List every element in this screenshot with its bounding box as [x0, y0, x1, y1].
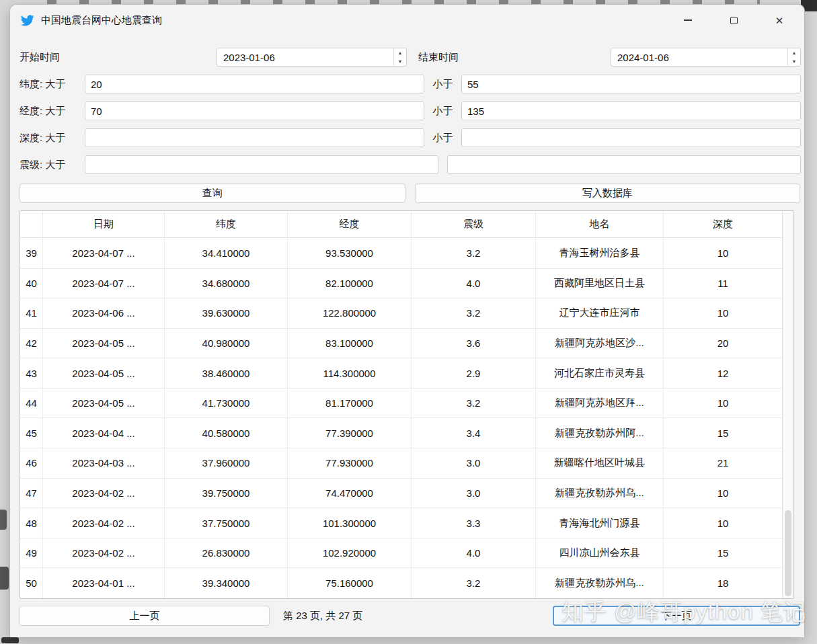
- scrollbar-thumb[interactable]: [785, 510, 791, 596]
- end-time-spinbox[interactable]: ▲▼: [611, 48, 801, 67]
- criteria-min-input[interactable]: [85, 102, 424, 120]
- cell-depth[interactable]: 15: [664, 538, 782, 568]
- table-row[interactable]: 47 2023-04-02 ... 39.750000 74.470000 3.…: [20, 479, 782, 509]
- cell-date[interactable]: 2023-04-07 ...: [43, 269, 165, 298]
- cell-depth[interactable]: 12: [664, 358, 782, 388]
- cell-magnitude[interactable]: 4.0: [412, 538, 536, 568]
- next-page-button[interactable]: 下一页: [553, 606, 800, 626]
- cell-depth[interactable]: 10: [664, 239, 782, 268]
- table-row[interactable]: 40 2023-04-07 ... 34.680000 82.100000 4.…: [20, 269, 782, 299]
- cell-date[interactable]: 2023-04-04 ...: [43, 418, 165, 448]
- cell-latitude[interactable]: 34.410000: [165, 239, 288, 268]
- cell-place[interactable]: 四川凉山州会东县: [536, 538, 664, 568]
- close-button[interactable]: ✕: [760, 9, 799, 32]
- cell-date[interactable]: 2023-04-01 ...: [43, 568, 165, 598]
- cell-magnitude[interactable]: 3.4: [412, 418, 536, 448]
- spin-down-icon[interactable]: ▼: [394, 57, 406, 66]
- table-row[interactable]: 44 2023-04-05 ... 41.730000 81.170000 3.…: [20, 389, 782, 419]
- cell-place[interactable]: 河北石家庄市灵寿县: [536, 358, 664, 388]
- cell-longitude[interactable]: 82.100000: [288, 269, 412, 298]
- cell-latitude[interactable]: 40.580000: [165, 418, 288, 448]
- cell-longitude[interactable]: 75.160000: [288, 568, 412, 598]
- table-row[interactable]: 49 2023-04-02 ... 26.830000 102.920000 4…: [20, 538, 782, 569]
- table-row[interactable]: 46 2023-04-03 ... 37.960000 77.930000 3.…: [20, 448, 782, 479]
- cell-date[interactable]: 2023-04-02 ...: [43, 479, 165, 508]
- cell-magnitude[interactable]: 4.0: [412, 269, 536, 298]
- cell-place[interactable]: 辽宁大连市庄河市: [536, 298, 664, 328]
- cell-depth[interactable]: 21: [664, 448, 782, 478]
- cell-place[interactable]: 新疆克孜勒苏州阿...: [536, 418, 664, 448]
- table-row[interactable]: 41 2023-04-06 ... 39.630000 122.800000 3…: [20, 298, 782, 329]
- cell-date[interactable]: 2023-04-06 ...: [43, 298, 165, 328]
- cell-date[interactable]: 2023-04-05 ...: [43, 329, 165, 358]
- cell-place[interactable]: 青海海北州门源县: [536, 508, 664, 538]
- maximize-button[interactable]: [714, 9, 753, 32]
- cell-depth[interactable]: 20: [664, 329, 782, 358]
- end-time-spinner[interactable]: ▲▼: [787, 48, 800, 66]
- cell-longitude[interactable]: 101.300000: [288, 508, 412, 538]
- criteria-max-input[interactable]: [461, 75, 801, 93]
- table-row[interactable]: 45 2023-04-04 ... 40.580000 77.390000 3.…: [20, 418, 782, 448]
- criteria-max-input[interactable]: [447, 155, 801, 174]
- cell-place[interactable]: 西藏阿里地区日土县: [536, 269, 664, 298]
- criteria-max-input[interactable]: [461, 102, 801, 120]
- cell-place[interactable]: 新疆阿克苏地区沙...: [536, 329, 664, 358]
- cell-depth[interactable]: 10: [664, 389, 782, 418]
- cell-magnitude[interactable]: 3.2: [412, 568, 536, 598]
- cell-latitude[interactable]: 39.340000: [165, 568, 288, 598]
- spin-up-icon[interactable]: ▲: [394, 48, 406, 57]
- cell-magnitude[interactable]: 3.0: [412, 479, 536, 508]
- cell-latitude[interactable]: 40.980000: [165, 329, 288, 358]
- cell-latitude[interactable]: 38.460000: [165, 358, 288, 388]
- column-header[interactable]: 纬度: [165, 211, 288, 237]
- cell-latitude[interactable]: 37.750000: [165, 508, 288, 538]
- cell-longitude[interactable]: 83.100000: [288, 329, 412, 358]
- cell-latitude[interactable]: 37.960000: [165, 448, 288, 478]
- cell-latitude[interactable]: 39.750000: [165, 479, 288, 508]
- cell-place[interactable]: 新疆克孜勒苏州乌...: [536, 479, 664, 508]
- cell-place[interactable]: 新疆喀什地区叶城县: [536, 448, 664, 478]
- cell-depth[interactable]: 15: [664, 418, 782, 448]
- cell-date[interactable]: 2023-04-05 ...: [43, 358, 165, 388]
- cell-longitude[interactable]: 81.170000: [288, 389, 412, 418]
- criteria-min-input[interactable]: [85, 75, 424, 93]
- column-header[interactable]: 日期: [43, 211, 165, 237]
- end-time-input[interactable]: [611, 48, 787, 66]
- cell-latitude[interactable]: 26.830000: [165, 538, 288, 568]
- column-header[interactable]: 深度: [664, 211, 782, 237]
- cell-date[interactable]: 2023-04-07 ...: [43, 239, 165, 268]
- titlebar[interactable]: 中国地震台网中心地震查询 ✕: [10, 5, 804, 36]
- table-scrollbar[interactable]: [782, 211, 793, 598]
- column-header[interactable]: 震级: [412, 211, 536, 237]
- cell-longitude[interactable]: 114.300000: [288, 358, 412, 388]
- write-database-button[interactable]: 写入数据库: [415, 184, 801, 203]
- cell-longitude[interactable]: 122.800000: [288, 298, 412, 328]
- minimize-button[interactable]: [668, 9, 707, 32]
- cell-longitude[interactable]: 77.390000: [288, 418, 412, 448]
- cell-latitude[interactable]: 39.630000: [165, 298, 288, 328]
- cell-date[interactable]: 2023-04-02 ...: [43, 538, 165, 568]
- cell-magnitude[interactable]: 3.3: [412, 508, 536, 538]
- cell-depth[interactable]: 10: [664, 479, 782, 508]
- cell-longitude[interactable]: 77.930000: [288, 448, 412, 478]
- spin-down-icon[interactable]: ▼: [788, 57, 800, 66]
- cell-date[interactable]: 2023-04-05 ...: [43, 389, 165, 418]
- cell-magnitude[interactable]: 2.9: [412, 358, 536, 388]
- cell-place[interactable]: 新疆克孜勒苏州乌...: [536, 568, 664, 598]
- cell-magnitude[interactable]: 3.2: [412, 298, 536, 328]
- cell-depth[interactable]: 10: [664, 298, 782, 328]
- spin-up-icon[interactable]: ▲: [788, 48, 800, 57]
- table-row[interactable]: 42 2023-04-05 ... 40.980000 83.100000 3.…: [20, 329, 782, 359]
- table-row[interactable]: 50 2023-04-01 ... 39.340000 75.160000 3.…: [20, 568, 782, 598]
- cell-date[interactable]: 2023-04-03 ...: [43, 448, 165, 478]
- previous-page-button[interactable]: 上一页: [20, 606, 270, 626]
- cell-magnitude[interactable]: 3.2: [412, 389, 536, 418]
- table-row[interactable]: 39 2023-04-07 ... 34.410000 93.530000 3.…: [20, 239, 782, 269]
- query-button[interactable]: 查询: [20, 184, 405, 203]
- cell-magnitude[interactable]: 3.2: [412, 239, 536, 268]
- table-row[interactable]: 48 2023-04-02 ... 37.750000 101.300000 3…: [20, 508, 782, 538]
- cell-place[interactable]: 青海玉树州治多县: [536, 239, 664, 268]
- start-time-input[interactable]: [217, 48, 393, 66]
- cell-date[interactable]: 2023-04-02 ...: [43, 508, 165, 538]
- criteria-min-input[interactable]: [85, 128, 424, 147]
